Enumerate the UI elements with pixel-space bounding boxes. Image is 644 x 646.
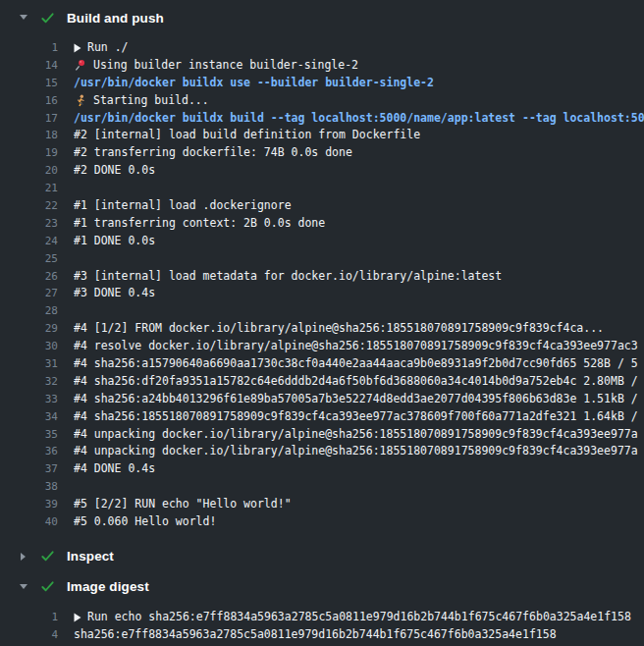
- runner-emoji: [74, 94, 86, 107]
- line-number[interactable]: 31: [0, 355, 58, 373]
- step-log-body-image-digest: 1Run echo sha256:e7ff8834a5963a2785c5a08…: [0, 601, 644, 646]
- log-text: #4 sha256:a15790640a6690aa1730c38cf0a440…: [74, 355, 638, 373]
- log-text-value: /usr/bin/docker buildx use --builder bui…: [74, 75, 434, 92]
- log-text: Starting build...: [74, 92, 209, 110]
- step-header-inspect[interactable]: Inspect: [0, 543, 644, 570]
- log-line: 28: [0, 302, 644, 320]
- line-number[interactable]: 18: [0, 127, 58, 144]
- log-line: 4sha256:e7ff8834a5963a2785c5a0811e979d16…: [0, 626, 644, 644]
- log-text-value: #3 DONE 0.4s: [74, 285, 155, 302]
- run-group-line[interactable]: Run ./: [74, 39, 129, 57]
- line-number[interactable]: 1: [0, 609, 58, 626]
- log-text-value: #1 transferring context: 2B 0.0s done: [74, 215, 325, 233]
- log-line: 36#4 unpacking docker.io/library/alpine@…: [0, 443, 644, 460]
- line-number[interactable]: 40: [0, 513, 58, 531]
- step-header-image-digest[interactable]: Image digest: [0, 573, 644, 601]
- command-line: /usr/bin/docker buildx build --tag local…: [74, 110, 644, 128]
- log-text-value: Run echo sha256:e7ff8834a5963a2785c5a081…: [87, 609, 631, 626]
- line-number[interactable]: 27: [0, 285, 58, 302]
- line-number[interactable]: 29: [0, 320, 58, 338]
- line-number[interactable]: 25: [0, 250, 58, 268]
- line-number[interactable]: 35: [0, 426, 58, 444]
- log-line: 15/usr/bin/docker buildx use --builder b…: [0, 75, 644, 92]
- log-text-value: #2 DONE 0.0s: [74, 162, 155, 180]
- step-toggle-build-and-push[interactable]: [19, 13, 28, 23]
- log-text: #2 transferring dockerfile: 74B 0.0s don…: [74, 144, 352, 162]
- step-toggle-image-digest[interactable]: [19, 582, 28, 592]
- pushpin-emoji: [74, 59, 86, 72]
- line-number[interactable]: 37: [0, 460, 58, 478]
- caret-down-icon[interactable]: [19, 14, 28, 22]
- log-line: 14Using builder instance builder-single-…: [0, 57, 644, 75]
- line-number[interactable]: 39: [0, 496, 58, 513]
- log-text: #4 DONE 0.4s: [74, 460, 155, 478]
- log-line: 35#4 unpacking docker.io/library/alpine@…: [0, 426, 644, 444]
- caret-right-icon[interactable]: [20, 552, 27, 562]
- log-line: 17/usr/bin/docker buildx build --tag loc…: [0, 110, 644, 128]
- run-expand-play-icon[interactable]: [74, 613, 81, 622]
- status-success-icon: [40, 11, 54, 25]
- line-number[interactable]: 16: [0, 92, 58, 110]
- check-icon: [40, 11, 55, 26]
- log-line: 23#1 transferring context: 2B 0.0s done: [0, 215, 644, 233]
- line-number[interactable]: 22: [0, 197, 58, 215]
- line-number[interactable]: 15: [0, 75, 58, 92]
- line-number[interactable]: 23: [0, 215, 58, 233]
- line-number[interactable]: 19: [0, 144, 58, 162]
- line-number[interactable]: 38: [0, 478, 58, 496]
- step-log-body-build-and-push: 1Run ./14Using builder instance builder-…: [0, 31, 644, 537]
- run-group-line[interactable]: Run echo sha256:e7ff8834a5963a2785c5a081…: [74, 609, 631, 626]
- line-number[interactable]: 33: [0, 391, 58, 408]
- log-text-value: sha256:e7ff8834a5963a2785c5a0811e979d16b…: [74, 626, 557, 644]
- log-line: 34#4 sha256:185518070891758909c9f839cf4c…: [0, 408, 644, 426]
- log-text: Using builder instance builder-single-2: [74, 57, 358, 75]
- log-text: #4 sha256:a24bb4013296f61e89ba57005a7b3e…: [74, 391, 638, 408]
- log-line: 20#2 DONE 0.0s: [0, 162, 644, 180]
- log-line: 18#2 [internal] load build definition fr…: [0, 127, 644, 144]
- log-text-value: #2 [internal] load build definition from…: [74, 127, 420, 144]
- log-text: #5 [2/2] RUN echo "Hello world!": [74, 496, 292, 513]
- log-text-value: Using builder instance builder-single-2: [93, 57, 358, 75]
- log-text-value: #5 [2/2] RUN echo "Hello world!": [74, 496, 292, 513]
- play-icon: [74, 613, 81, 622]
- line-number[interactable]: 30: [0, 338, 58, 355]
- log-line: 21: [0, 180, 644, 197]
- log-line: 27#3 DONE 0.4s: [0, 285, 644, 302]
- log-text: #5 0.060 Hello world!: [74, 513, 216, 531]
- line-number[interactable]: 36: [0, 443, 58, 460]
- workflow-log-viewer: Build and push1Run ./14Using builder ins…: [0, 0, 644, 646]
- log-text: #4 sha256:185518070891758909c9f839cf4ca3…: [74, 408, 638, 426]
- log-line: 1Run echo sha256:e7ff8834a5963a2785c5a08…: [0, 609, 644, 626]
- line-number[interactable]: 26: [0, 268, 58, 286]
- log-text: #3 [internal] load metadata for docker.i…: [74, 268, 502, 286]
- step-toggle-inspect[interactable]: [19, 552, 28, 562]
- step-header-build-and-push[interactable]: Build and push: [0, 4, 644, 31]
- status-success-icon: [40, 550, 54, 564]
- log-line: 26#3 [internal] load metadata for docker…: [0, 268, 644, 286]
- log-text-value: #4 sha256:185518070891758909c9f839cf4ca3…: [74, 408, 638, 426]
- line-number[interactable]: 17: [0, 110, 58, 128]
- log-text-value: #4 unpacking docker.io/library/alpine@sh…: [74, 443, 638, 460]
- line-number[interactable]: 28: [0, 302, 58, 320]
- log-line: 29#4 [1/2] FROM docker.io/library/alpine…: [0, 320, 644, 338]
- log-line: 33#4 sha256:a24bb4013296f61e89ba57005a7b…: [0, 391, 644, 408]
- log-line: 25: [0, 250, 644, 268]
- log-line: 16Starting build...: [0, 92, 644, 110]
- log-text: sha256:e7ff8834a5963a2785c5a0811e979d16b…: [74, 626, 557, 644]
- line-number[interactable]: 21: [0, 180, 58, 197]
- line-number[interactable]: 14: [0, 57, 58, 75]
- log-text: #4 unpacking docker.io/library/alpine@sh…: [74, 443, 638, 460]
- run-expand-play-icon[interactable]: [74, 43, 81, 53]
- line-number[interactable]: 1: [0, 39, 58, 57]
- caret-down-icon[interactable]: [19, 583, 28, 591]
- line-number[interactable]: 20: [0, 162, 58, 180]
- line-number[interactable]: 24: [0, 233, 58, 250]
- line-number[interactable]: 4: [0, 626, 58, 644]
- log-text-value: #1 DONE 0.0s: [74, 233, 155, 250]
- step-label: Image digest: [67, 579, 149, 594]
- step-label: Inspect: [67, 549, 114, 564]
- line-number[interactable]: 32: [0, 373, 58, 391]
- log-text-value: #3 [internal] load metadata for docker.i…: [74, 268, 502, 286]
- command-line: /usr/bin/docker buildx use --builder bui…: [74, 75, 434, 92]
- line-number[interactable]: 34: [0, 408, 58, 426]
